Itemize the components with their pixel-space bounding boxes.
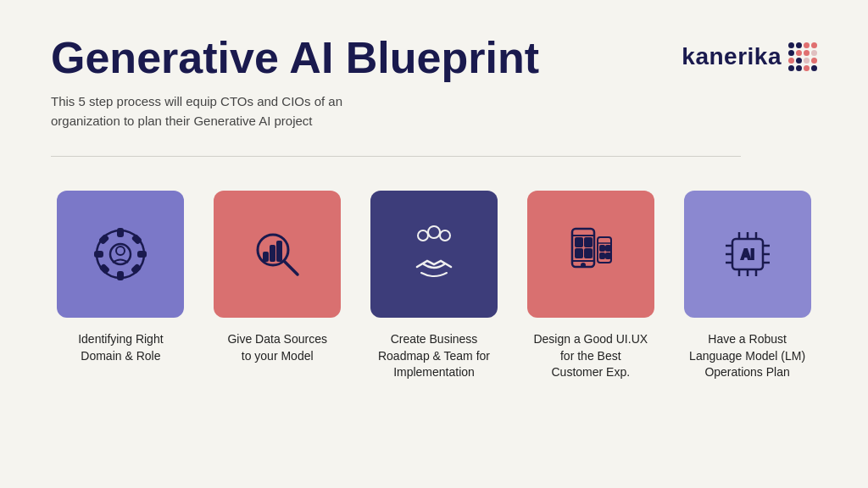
logo-area: kanerika [682,34,817,71]
svg-rect-3 [118,272,123,280]
handshake-icon [400,220,468,288]
logo-dot [811,58,817,64]
ai-chip-icon: AI [714,220,782,288]
person-gear-icon [86,220,154,288]
step-2: Give Data Sources to your Model [208,191,348,364]
logo-dot [788,42,794,48]
svg-rect-15 [277,241,281,261]
subtitle: This 5 step process will equip CTOs and … [51,92,415,130]
svg-rect-25 [576,249,582,258]
logo-dot [788,65,794,71]
svg-rect-2 [118,229,123,236]
svg-rect-30 [606,246,610,251]
logo-dot [796,50,802,56]
header-section: Generative AI Blueprint This 5 step proc… [51,34,817,130]
svg-point-10 [116,247,125,255]
logo-dot [811,42,817,48]
logo-dot [788,58,794,64]
svg-point-22 [581,263,585,267]
page: Generative AI Blueprint This 5 step proc… [0,0,868,488]
svg-rect-26 [585,249,592,258]
svg-rect-13 [264,252,268,261]
svg-rect-6 [100,235,109,244]
svg-rect-9 [132,264,142,274]
title-block: Generative AI Blueprint This 5 step proc… [51,34,682,130]
svg-rect-8 [100,264,109,274]
logo-dot [796,65,802,71]
step-2-icon-box [214,191,341,318]
ui-ux-icon [557,220,625,288]
step-1-icon-box [57,191,184,318]
svg-point-16 [418,230,428,241]
step-5: AI [677,191,817,381]
svg-rect-14 [270,246,275,261]
svg-rect-31 [600,253,604,258]
step-4-icon-box [527,191,654,318]
step-1-label: Identifying Right Domain & Role [78,331,163,364]
step-5-icon-box: AI [684,191,811,318]
step-2-label: Give Data Sources to your Model [227,331,327,364]
step-4-label: Design a Good UI.UX for the Best Custome… [533,331,648,381]
main-title: Generative AI Blueprint [51,34,682,82]
svg-line-12 [284,261,298,274]
svg-rect-7 [132,235,142,244]
logo-dot [788,50,794,56]
svg-rect-32 [606,253,610,258]
step-3-label: Create Business Roadmap & Team for Imple… [378,331,490,381]
logo-dot [804,42,810,48]
svg-rect-23 [576,238,582,247]
svg-rect-24 [585,238,592,247]
logo-dot [796,42,802,48]
svg-text:AI: AI [741,247,754,262]
logo-dot [811,50,817,56]
svg-point-17 [428,226,440,238]
svg-rect-4 [95,252,103,257]
logo-dot [804,65,810,71]
logo-dot [804,50,810,56]
step-1: Identifying Right Domain & Role [51,191,191,364]
data-search-icon [243,220,311,288]
logo-dot [804,58,810,64]
divider [51,156,741,157]
step-4: Design a Good UI.UX for the Best Custome… [520,191,660,381]
svg-point-18 [440,230,450,241]
step-3: Create Business Roadmap & Team for Imple… [364,191,504,381]
logo-dots [788,42,817,71]
logo-text: kanerika [682,43,782,70]
svg-rect-29 [600,246,604,251]
logo-dot [811,65,817,71]
svg-rect-5 [138,252,146,257]
step-3-icon-box [370,191,498,318]
step-5-label: Have a Robust Language Model (LM) Operat… [689,331,805,381]
steps-section: Identifying Right Domain & Role Give Dat… [51,191,817,381]
logo-dot [796,58,802,64]
